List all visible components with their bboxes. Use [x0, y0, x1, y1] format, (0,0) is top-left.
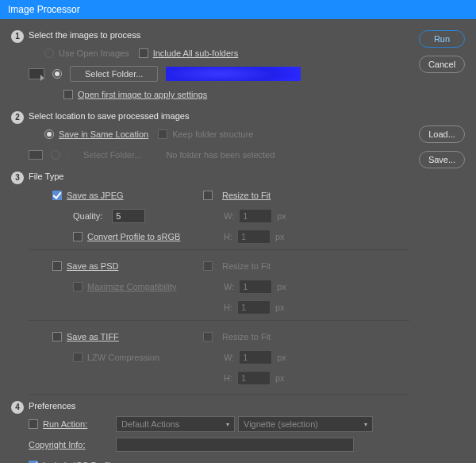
step-1-badge: 1 [11, 30, 24, 43]
save-tiff-check[interactable] [52, 332, 62, 341]
dest-folder-radio[interactable] [51, 150, 60, 160]
step-4-badge: 4 [11, 401, 24, 414]
tiff-resize-check [203, 332, 213, 341]
section-preferences: 4 Preferences Run Action: Default Action… [11, 401, 465, 463]
convert-srgb-check[interactable] [73, 232, 83, 241]
action-select[interactable]: Vignette (selection)▾ [238, 416, 373, 432]
sec2-title: Select location to save processed images [29, 111, 409, 121]
jpeg-resize-label: Resize to Fit [222, 191, 271, 200]
same-location-radio[interactable] [44, 129, 54, 139]
psd-w-input [239, 280, 272, 294]
select-folder-radio[interactable] [52, 69, 62, 79]
lzw-label: LZW Compression [87, 353, 159, 362]
tiff-w-label: W: [224, 353, 234, 362]
psd-resize-label: Resize to Fit [222, 261, 271, 271]
include-subfolders-check[interactable] [139, 48, 148, 58]
run-action-check[interactable] [29, 419, 38, 429]
save-psd-label: Save as PSD [67, 261, 118, 271]
psd-w-label: W: [224, 282, 234, 291]
select-source-folder-button[interactable]: Select Folder... [70, 66, 158, 82]
lzw-check [73, 353, 83, 362]
divider-1 [29, 249, 409, 250]
keep-structure-label: Keep folder structure [172, 129, 253, 139]
quality-label: Quality: [73, 211, 102, 221]
run-button[interactable]: Run [419, 30, 465, 48]
tiff-resize-label: Resize to Fit [222, 332, 271, 341]
save-jpeg-label: Save as JPEG [67, 191, 124, 200]
jpeg-w-input [239, 209, 272, 223]
folder-dest-icon [29, 150, 43, 160]
max-compat-check [73, 282, 83, 291]
window-title: Image Processor [0, 0, 476, 19]
chevron-down-icon: ▾ [226, 421, 229, 428]
select-dest-folder-button: Select Folder... [68, 147, 156, 163]
quality-input[interactable] [112, 209, 145, 223]
psd-h-label: H: [224, 303, 232, 312]
keep-structure-check [158, 129, 167, 139]
tiff-w-px: px [277, 353, 286, 362]
save-jpeg-check[interactable] [52, 191, 62, 200]
divider-3 [29, 394, 409, 395]
section-select-images: 1 Select the images to process Use Open … [11, 30, 465, 106]
max-compat-label: Maximize Compatibility [87, 282, 176, 291]
jpeg-w-label: W: [224, 211, 234, 221]
chevron-down-icon: ▾ [364, 421, 367, 428]
sec1-title: Select the images to process [29, 30, 409, 40]
section-save-location: 2 Select location to save processed imag… [11, 111, 465, 167]
tiff-w-input [239, 350, 272, 365]
section-file-type: 3 File Type Save as JPEG Resize to Fit Q… [11, 172, 465, 389]
psd-h-input [237, 300, 271, 314]
no-folder-label: No folder has been selected [166, 150, 274, 160]
tiff-h-input [237, 371, 271, 385]
jpeg-h-input [237, 230, 271, 244]
divider-2 [29, 320, 409, 321]
load-button[interactable]: Load... [419, 125, 465, 143]
open-first-image-label: Open first image to apply settings [78, 90, 207, 99]
tiff-h-px: px [275, 373, 285, 383]
include-subfolders-label: Include All sub-folders [153, 48, 239, 58]
save-button[interactable]: Save... [419, 151, 465, 168]
sec3-title: File Type [29, 172, 409, 181]
step-2-badge: 2 [11, 111, 24, 124]
jpeg-h-label: H: [224, 232, 232, 241]
psd-w-px: px [277, 282, 286, 291]
folder-source-icon [29, 68, 44, 79]
jpeg-resize-check[interactable] [203, 191, 213, 200]
cancel-button[interactable]: Cancel [419, 56, 465, 73]
run-action-label: Run Action: [43, 419, 116, 429]
jpeg-h-px: px [275, 232, 285, 241]
copyright-label: Copyright Info: [29, 440, 116, 449]
save-tiff-label: Save as TIFF [67, 332, 119, 341]
psd-h-px: px [275, 303, 285, 312]
step-3-badge: 3 [11, 172, 24, 184]
save-psd-check[interactable] [52, 261, 62, 271]
convert-srgb-label: Convert Profile to sRGB [87, 232, 180, 241]
use-open-images-label: Use Open Images [59, 48, 129, 58]
psd-resize-check [203, 261, 213, 271]
tiff-h-label: H: [224, 373, 232, 383]
jpeg-w-px: px [277, 211, 286, 221]
action-set-select[interactable]: Default Actions▾ [116, 416, 235, 432]
copyright-input[interactable] [116, 438, 354, 452]
use-open-images-radio [44, 48, 54, 58]
source-path-display [166, 67, 301, 81]
sec4-title: Preferences [29, 401, 409, 411]
same-location-label: Save in Same Location [59, 129, 148, 139]
open-first-image-check[interactable] [63, 90, 73, 99]
